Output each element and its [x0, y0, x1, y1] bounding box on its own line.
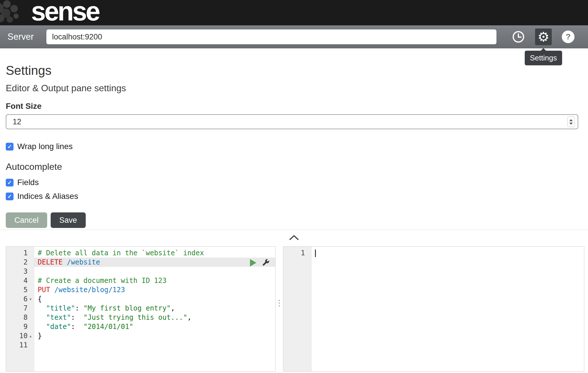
code-token: PUT: [38, 286, 50, 294]
code-line[interactable]: {: [34, 294, 275, 304]
save-button[interactable]: Save: [51, 212, 86, 228]
code-token: }: [38, 332, 42, 340]
line-number: 5: [6, 285, 34, 294]
settings-tooltip: Settings: [525, 51, 562, 65]
server-input[interactable]: [46, 29, 497, 45]
stepper-down-icon[interactable]: [569, 123, 573, 125]
code-line[interactable]: "date": "2014/01/01": [34, 322, 275, 331]
code-token: "date": [46, 323, 71, 331]
cancel-button[interactable]: Cancel: [6, 212, 47, 228]
sense-logo-icon: [0, 0, 30, 25]
code-line[interactable]: }: [34, 331, 275, 340]
font-size-field-wrap: [6, 114, 578, 129]
code-line[interactable]: [34, 267, 275, 276]
request-editor-pane[interactable]: 123456▾78910▴11 # Delete all data in the…: [6, 246, 276, 372]
toolbar-icon-group: [512, 25, 574, 48]
line-number: 9: [6, 322, 34, 331]
code-token: [63, 258, 67, 266]
code-token: [50, 286, 54, 294]
code-token: # Create a document with ID 123: [38, 277, 167, 285]
autocomplete-indices-label: Indices & Aliases: [17, 192, 78, 201]
stepper-up-icon[interactable]: [569, 119, 573, 121]
code-line[interactable]: PUT /website/blog/123: [34, 285, 275, 294]
line-number: 2: [6, 258, 34, 267]
code-token: "My first blog entry": [83, 304, 171, 312]
line-number: 11: [6, 340, 34, 350]
sense-app: sense Server Settings Settings Editor & …: [0, 0, 588, 373]
line-number-gutter: 123456▾78910▴11: [6, 247, 34, 371]
code-line[interactable]: # Create a document with ID 123: [34, 276, 275, 285]
code-token: "Just trying this out...": [83, 313, 187, 321]
font-size-input[interactable]: [6, 114, 578, 129]
font-size-label: Font Size: [6, 102, 578, 111]
code-token: "title": [46, 304, 75, 312]
autocomplete-fields-checkbox-row[interactable]: Fields: [6, 178, 578, 187]
code-line[interactable]: # Delete all data in the `website` index: [34, 248, 275, 258]
help-icon[interactable]: [562, 31, 574, 43]
code-token: :: [71, 323, 83, 331]
code-area[interactable]: # Delete all data in the `website` index…: [34, 247, 275, 371]
code-token: "2014/01/01": [83, 323, 133, 331]
code-token: :: [75, 304, 83, 312]
code-line[interactable]: "title": "My first blog entry",: [34, 304, 275, 313]
code-token: :: [71, 313, 83, 321]
autocomplete-fields-label: Fields: [17, 178, 39, 187]
autocomplete-indices-checkbox-row[interactable]: Indices & Aliases: [6, 192, 578, 201]
code-token: [38, 323, 46, 331]
line-number: 1: [6, 248, 34, 258]
code-area[interactable]: [312, 247, 584, 371]
fold-close-icon[interactable]: ▴: [28, 331, 33, 340]
settings-icon[interactable]: [535, 28, 552, 45]
line-number: 4: [6, 276, 34, 285]
request-settings-icon[interactable]: [261, 259, 270, 267]
line-number: 6▾: [6, 294, 34, 304]
line-number: 7: [6, 304, 34, 313]
settings-title: Settings: [6, 63, 578, 78]
checkbox-check-icon[interactable]: [6, 193, 14, 200]
code-token: # Delete all data in the `website` index: [38, 249, 204, 257]
code-token: /website/blog/123: [54, 286, 125, 294]
output-pane[interactable]: 1: [283, 246, 584, 372]
server-toolbar: Server: [0, 25, 588, 48]
autocomplete-title: Autocomplete: [6, 161, 578, 172]
code-line[interactable]: "text": "Just trying this out...",: [34, 313, 275, 322]
active-line-actions: [250, 259, 270, 267]
editor-collapse-bar: [0, 230, 588, 245]
wrap-long-lines-checkbox-row[interactable]: Wrap long lines: [6, 142, 578, 151]
code-token: {: [38, 295, 42, 303]
settings-panel: Settings Editor & Output pane settings F…: [0, 48, 588, 228]
app-logo-text: sense: [31, 0, 99, 24]
code-token: ,: [171, 304, 175, 312]
line-number: 10▴: [6, 331, 34, 340]
code-line[interactable]: [34, 340, 275, 350]
code-token: [38, 304, 46, 312]
code-token: "text": [46, 313, 71, 321]
fold-open-icon[interactable]: ▾: [28, 294, 33, 304]
code-line[interactable]: DELETE /website: [34, 258, 275, 267]
line-number: 1: [283, 248, 311, 258]
app-header: sense: [0, 0, 588, 25]
server-label: Server: [7, 25, 34, 48]
code-token: DELETE: [38, 258, 63, 266]
line-number: 8: [6, 313, 34, 322]
code-line[interactable]: [312, 248, 584, 258]
wrap-long-lines-label: Wrap long lines: [17, 142, 72, 151]
history-icon[interactable]: [512, 30, 525, 43]
code-token: [38, 313, 46, 321]
code-token: ,: [187, 313, 191, 321]
line-number-gutter: 1: [283, 247, 312, 371]
execute-request-icon[interactable]: [250, 259, 256, 267]
code-token: /website: [67, 258, 100, 266]
text-cursor: [315, 250, 316, 257]
line-number: 3: [6, 267, 34, 276]
editor-section: 123456▾78910▴11 # Delete all data in the…: [0, 245, 588, 373]
settings-buttons: Cancel Save: [6, 212, 578, 228]
checkbox-check-icon[interactable]: [6, 143, 14, 151]
checkbox-check-icon[interactable]: [6, 179, 14, 186]
settings-subtitle: Editor & Output pane settings: [6, 83, 578, 94]
collapse-editor-icon[interactable]: [289, 235, 299, 240]
font-size-stepper-icon[interactable]: [567, 116, 575, 127]
